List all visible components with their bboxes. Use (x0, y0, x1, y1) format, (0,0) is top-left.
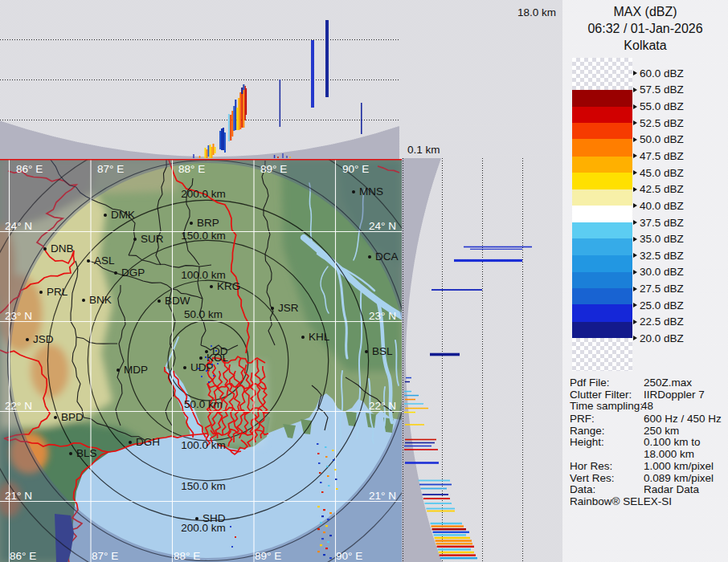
svg-text:SUR: SUR (141, 233, 164, 245)
svg-text:86° E: 86° E (16, 163, 43, 175)
svg-text:88° E: 88° E (178, 163, 205, 175)
svg-text:24° N: 24° N (5, 220, 32, 232)
svg-text:90° E: 90° E (342, 163, 369, 175)
svg-text:90° E: 90° E (336, 550, 362, 562)
svg-text:23° N: 23° N (369, 310, 396, 322)
svg-text:50.0 km: 50.0 km (184, 308, 223, 320)
svg-text:200.0 km: 200.0 km (181, 188, 226, 200)
svg-text:21° N: 21° N (5, 490, 32, 502)
svg-text:BNK: BNK (89, 294, 112, 306)
svg-text:JSR: JSR (278, 302, 299, 314)
svg-text:PRL: PRL (47, 286, 68, 298)
svg-text:DNB: DNB (51, 242, 74, 255)
svg-text:50.0 km: 50.0 km (184, 398, 223, 410)
svg-text:SHD: SHD (202, 512, 226, 524)
svg-text:87° E: 87° E (97, 163, 124, 175)
svg-text:DCA: DCA (375, 250, 399, 263)
svg-text:21° N: 21° N (369, 490, 396, 502)
svg-text:86° E: 86° E (10, 550, 36, 562)
svg-text:MNS: MNS (359, 185, 383, 198)
svg-text:JSD: JSD (33, 333, 54, 345)
svg-text:BPD: BPD (61, 411, 84, 423)
svg-text:DGH: DGH (136, 436, 160, 448)
svg-text:KHL: KHL (309, 331, 330, 343)
svg-text:BRP: BRP (197, 217, 219, 229)
svg-text:89° E: 89° E (255, 550, 281, 562)
svg-text:87° E: 87° E (92, 550, 118, 562)
svg-text:UDP: UDP (190, 361, 214, 373)
svg-text:150.0 km: 150.0 km (181, 480, 226, 492)
svg-text:88° E: 88° E (174, 550, 200, 562)
svg-text:23° N: 23° N (5, 310, 32, 322)
svg-text:MDP: MDP (124, 364, 148, 376)
svg-text:22° N: 22° N (5, 400, 32, 412)
svg-text:100.0 km: 100.0 km (181, 269, 226, 281)
svg-text:DMK: DMK (111, 209, 135, 221)
svg-text:KRG: KRG (217, 280, 240, 292)
svg-text:ASL: ASL (94, 255, 115, 267)
svg-text:24° N: 24° N (369, 220, 396, 232)
svg-text:89° E: 89° E (260, 163, 287, 175)
svg-text:DGP: DGP (121, 267, 145, 279)
svg-text:BSL: BSL (372, 345, 393, 357)
svg-text:BDW: BDW (165, 295, 190, 307)
svg-text:22° N: 22° N (369, 400, 396, 412)
svg-text:150.0 km: 150.0 km (181, 230, 226, 242)
svg-text:BLS: BLS (76, 447, 97, 459)
svg-text:100.0 km: 100.0 km (181, 439, 226, 451)
